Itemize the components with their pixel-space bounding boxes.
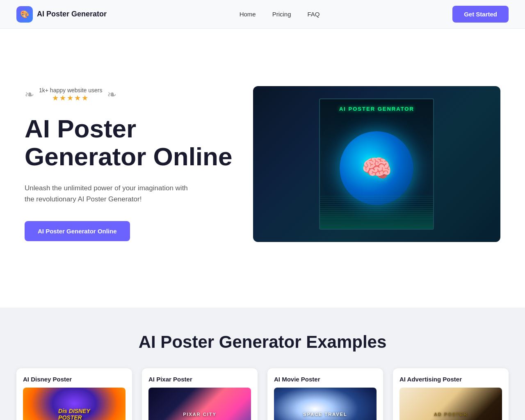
hero-title: AI Poster Generator Online (25, 115, 239, 171)
brain-icon: 🧠 (361, 154, 392, 183)
advertising-card-image: AD POSTER (399, 388, 502, 420)
logo-icon: 🎨 (20, 10, 29, 19)
brand-logo: 🎨 (16, 6, 33, 23)
disney-card-title: AI Disney Poster (16, 368, 132, 388)
badge-label: 1k+ happy website users (39, 87, 102, 94)
pixar-card-image: Pixar City (148, 388, 251, 420)
example-card-movie: AI Movie Poster SPACE TRAVEL (267, 368, 383, 420)
advertising-card-title: AI Advertising Poster (393, 368, 509, 388)
nav-links: Home Pricing FAQ (240, 11, 320, 18)
disney-card-image: Dis DISNEYPOSTER (23, 388, 126, 420)
advertising-text: AD POSTER (434, 412, 468, 417)
brand: 🎨 AI Poster Generator (16, 6, 107, 23)
nav-home[interactable]: Home (240, 11, 256, 18)
hero-badge: ❧ 1k+ happy website users ★★★★★ ❧ (25, 87, 239, 103)
hero-subtitle: Unleash the unlimited power of your imag… (25, 183, 197, 205)
hero-cta-button[interactable]: AI Poster Generator Online (25, 221, 130, 241)
laurel-right: ❧ (107, 89, 116, 100)
hero-image: AI POSTER GENRATOR 🧠 (253, 86, 500, 242)
movie-card-image: SPACE TRAVEL (274, 388, 377, 420)
nav-faq[interactable]: FAQ (308, 11, 320, 18)
hero-left: ❧ 1k+ happy website users ★★★★★ ❧ AI Pos… (25, 87, 239, 241)
example-card-pixar: AI Pixar Poster Pixar City (142, 368, 258, 420)
examples-section: AI Poster Generator Examples AI Disney P… (0, 308, 525, 420)
pixar-illustration: Pixar City (148, 388, 251, 420)
examples-title: AI Poster Generator Examples (16, 332, 509, 352)
example-card-advertising: AI Advertising Poster AD POSTER (393, 368, 509, 420)
example-card-disney: AI Disney Poster Dis DISNEYPOSTER (16, 368, 132, 420)
examples-grid: AI Disney Poster Dis DISNEYPOSTER AI Pix… (16, 368, 509, 420)
poster-title: AI POSTER GENRATOR (335, 106, 418, 112)
brand-title: AI Poster Generator (37, 10, 107, 18)
advertising-illustration: AD POSTER (399, 388, 502, 420)
glow-effect (320, 204, 433, 229)
nav-pricing[interactable]: Pricing (272, 11, 291, 18)
movie-illustration: SPACE TRAVEL (274, 388, 377, 420)
get-started-button[interactable]: Get Started (452, 6, 509, 23)
movie-text: SPACE TRAVEL (303, 412, 347, 417)
navbar: 🎨 AI Poster Generator Home Pricing FAQ G… (0, 0, 525, 29)
disney-illustration: Dis DISNEYPOSTER (23, 388, 126, 420)
star-rating: ★★★★★ (52, 94, 89, 103)
brain-illustration: 🧠 (340, 131, 413, 205)
pixar-card-title: AI Pixar Poster (142, 368, 258, 388)
movie-card-title: AI Movie Poster (267, 368, 383, 388)
badge-content: 1k+ happy website users ★★★★★ (39, 87, 102, 103)
poster-mock: AI POSTER GENRATOR 🧠 (319, 98, 434, 230)
hero-right: AI POSTER GENRATOR 🧠 (253, 86, 500, 242)
hero-section: ❧ 1k+ happy website users ★★★★★ ❧ AI Pos… (0, 29, 525, 308)
pixar-text: Pixar City (183, 412, 217, 417)
disney-text: Dis DISNEYPOSTER (58, 408, 90, 420)
laurel-left: ❧ (25, 89, 34, 100)
